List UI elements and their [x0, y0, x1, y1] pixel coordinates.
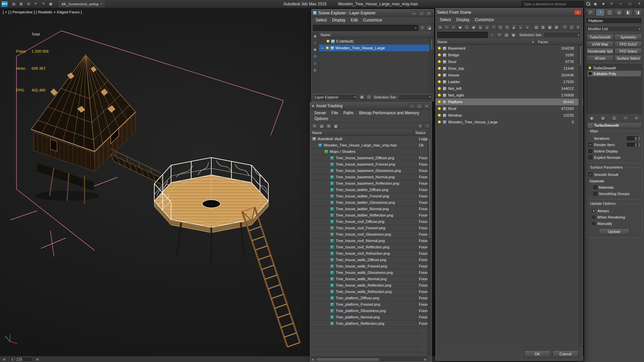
- options-icon[interactable]: ◔: [424, 123, 430, 129]
- asset-row[interactable]: Tree_house_basement_Diffuse.pngFound: [310, 155, 428, 161]
- table-view-icon[interactable]: ⊞: [326, 123, 332, 129]
- asset-row[interactable]: Tree_house_roof_Normal.pngFound: [310, 238, 428, 244]
- asset-row[interactable]: Tree_house_roof_Glossiness.pngFound: [310, 231, 428, 238]
- asset-row[interactable]: Tree_house_roof_Reflection.pngFound: [310, 244, 428, 250]
- select-filter-icon[interactable]: ▽: [419, 25, 425, 31]
- asset-row[interactable]: Autodesk VaultLogged: [310, 136, 428, 142]
- scene-explorer-titlebar[interactable]: Scene Explorer - Layer Explorer – □ ×: [312, 9, 434, 17]
- visibility-bulb-icon[interactable]: [438, 100, 441, 104]
- thumbnail-view-icon[interactable]: ▦: [333, 123, 339, 129]
- smoothing-groups-checkbox[interactable]: [593, 192, 597, 195]
- next-frame-button[interactable]: ▸: [35, 357, 40, 362]
- scene-object-row[interactable]: Window10226: [436, 112, 583, 119]
- menu-file[interactable]: File: [329, 110, 340, 116]
- utilities-tab[interactable]: ◨: [633, 9, 642, 16]
- expander-icon[interactable]: ▸: [320, 46, 324, 50]
- scene-object-row[interactable]: Platform86442: [436, 99, 583, 105]
- layer-row-wooden-tree-house[interactable]: ▸ Wooden_Tree_House_Large: [319, 45, 434, 51]
- asset-row[interactable]: Tree_house_walls_Diffuse.pngFound: [310, 257, 428, 263]
- ok-button[interactable]: OK: [524, 350, 550, 357]
- cancel-button[interactable]: Cancel: [552, 350, 579, 357]
- close-button[interactable]: ×: [423, 103, 430, 109]
- view-tree-icon[interactable]: ▦: [547, 24, 553, 30]
- visibility-bulb-icon[interactable]: [438, 114, 441, 117]
- modifier-button-surface-select[interactable]: Surface Select: [614, 55, 642, 61]
- display-tab[interactable]: ◧: [624, 9, 633, 16]
- selection-set-dropdown[interactable]: ▾: [398, 94, 432, 100]
- modifier-list-dropdown[interactable]: Modifier List ▾: [586, 26, 642, 32]
- pick-parent-icon[interactable]: ◪: [426, 25, 432, 31]
- menu-bitmap-performance-and-memory[interactable]: Bitmap Performance and Memory: [356, 110, 422, 116]
- turbosmooth-rollout-header[interactable]: – TurboSmooth: [586, 122, 642, 128]
- render-iters-value[interactable]: 2: [626, 142, 638, 147]
- modifier-button-uvw-map[interactable]: UVW Map: [586, 41, 614, 47]
- scene-object-row[interactable]: Door9776: [436, 58, 583, 65]
- visibility-bulb-icon[interactable]: [438, 80, 441, 83]
- maximize-button[interactable]: □: [416, 103, 423, 109]
- filter-shapes-icon[interactable]: ◇: [464, 24, 470, 30]
- modifier-button-turbosmooth[interactable]: TurboSmooth: [586, 34, 614, 40]
- grid-columns-icon[interactable]: ▦: [511, 32, 517, 38]
- display-all-icon[interactable]: ●: [437, 24, 443, 30]
- render-iters-spinner[interactable]: 2 ▴▾: [626, 142, 640, 147]
- max-logo[interactable]: MAX: [1, 1, 8, 7]
- visibility-bulb-icon[interactable]: [438, 47, 441, 50]
- find-field[interactable]: ×: [313, 25, 418, 31]
- scene-object-row[interactable]: House163436: [436, 72, 583, 78]
- stack-item-editable-poly[interactable]: Editable Poly: [587, 71, 641, 76]
- current-frame-field[interactable]: 0 / 225: [9, 357, 33, 362]
- visibility-bulb-icon[interactable]: [326, 46, 329, 50]
- asset-tracking-titlebar[interactable]: ◈ Asset Tracking – □ ×: [310, 102, 432, 110]
- spin-down-icon[interactable]: ▾: [639, 138, 640, 140]
- new-scene-icon[interactable]: ▤: [11, 1, 17, 7]
- modifier-button-ffd-select[interactable]: FFD Select: [614, 48, 642, 54]
- asset-row[interactable]: Tree_house_roof_Fresnel.pngFound: [310, 225, 428, 231]
- asset-row[interactable]: Tree_house_basement_Reflection.pngFound: [310, 180, 428, 187]
- scroll-right-icon[interactable]: ▸: [423, 357, 428, 362]
- spin-down-icon[interactable]: ▾: [639, 145, 640, 147]
- asset-row[interactable]: Tree_platform_Fresnel.pngFound: [310, 301, 428, 308]
- display-none-icon[interactable]: ○: [444, 24, 450, 30]
- scene-object-row[interactable]: Wooden_Tree_House_Large0: [436, 119, 583, 125]
- close-button[interactable]: ×: [425, 10, 432, 16]
- when-rendering-radio[interactable]: [592, 216, 595, 219]
- status-column-header[interactable]: Status: [414, 130, 428, 135]
- visibility-bulb-icon[interactable]: [438, 67, 441, 70]
- minimize-button[interactable]: –: [616, 0, 625, 7]
- filter-helpers-icon[interactable]: ◬: [312, 60, 318, 65]
- filter-bones-icon[interactable]: ◭: [312, 67, 318, 72]
- menu-server[interactable]: Server: [312, 110, 329, 116]
- menu-customize[interactable]: Customize: [360, 17, 385, 23]
- scene-object-row[interactable]: Door_top11948: [436, 65, 583, 72]
- pin-stack-icon[interactable]: ◉: [588, 115, 595, 121]
- visibility-bulb-icon[interactable]: [438, 60, 441, 63]
- asset-row[interactable]: Tree_platform_Glossiness.pngFound: [310, 308, 428, 314]
- menu-display[interactable]: Display: [453, 17, 472, 22]
- asset-row[interactable]: Tree_house_basement_Glossiness.pngFound: [310, 168, 428, 174]
- save-file-icon[interactable]: ⊟: [25, 1, 32, 7]
- make-unique-icon[interactable]: ◫: [611, 115, 618, 121]
- iterations-value[interactable]: 0: [626, 136, 638, 141]
- filter-spacewarps-icon[interactable]: ◠: [491, 24, 497, 30]
- close-button[interactable]: ×: [574, 10, 581, 15]
- create-tab[interactable]: ◸: [586, 9, 595, 16]
- modifier-button-renderable-spli[interactable]: Renderable Spli: [586, 48, 614, 54]
- asset-row[interactable]: Tree_house_walls_Normal.pngFound: [310, 276, 428, 282]
- asset-row[interactable]: Tree_house_walls_Glossiness.pngFound: [310, 269, 428, 276]
- help-icon[interactable]: ?: [608, 1, 614, 7]
- filter-frozen-icon[interactable]: ◒: [518, 24, 524, 30]
- scene-object-row[interactable]: Roof472260: [436, 105, 583, 112]
- scene-object-row[interactable]: Net_left144012: [436, 85, 583, 92]
- selection-set-dropdown[interactable]: ▾: [543, 32, 581, 38]
- hierarchy-tab[interactable]: ◫: [605, 9, 614, 16]
- scrollbar-thumb[interactable]: [316, 358, 380, 361]
- horizontal-scrollbar[interactable]: ◂ ▸: [310, 357, 428, 362]
- asset-row[interactable]: Tree_platform_Reflection.pngFound: [310, 320, 428, 327]
- remove-modifier-icon[interactable]: ×: [622, 115, 629, 121]
- iterations-spinner[interactable]: 0 ▴▾: [626, 136, 640, 141]
- filter-combinations-icon[interactable]: ▽: [562, 24, 568, 30]
- open-file-icon[interactable]: ▧: [18, 1, 24, 7]
- configure-columns-icon[interactable]: ◫: [569, 24, 575, 30]
- asset-row[interactable]: Tree_platform_Diffuse.pngFound: [310, 295, 428, 301]
- show-end-result-icon[interactable]: ◍: [600, 115, 606, 121]
